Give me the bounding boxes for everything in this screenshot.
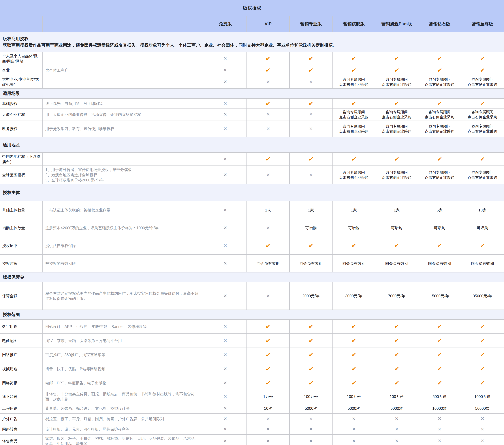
value-cell-text: 1000万份 xyxy=(461,390,504,403)
plan-column-header: 营销专业版 xyxy=(289,16,332,32)
cross-icon: ✕ xyxy=(223,173,227,177)
value-cell-included: ✔ xyxy=(247,99,289,109)
value-cell-included: ✔ xyxy=(332,52,375,65)
cross-icon: ✕ xyxy=(266,173,270,177)
value-cell-included: ✔ xyxy=(247,153,289,166)
check-icon: ✔ xyxy=(437,56,442,61)
value-cell-included: ✔ xyxy=(418,65,461,75)
plan-name: 营销钻石版 xyxy=(429,21,450,27)
value-text: 1000万份 xyxy=(474,394,490,399)
value-cell-not-included: ✕ xyxy=(289,75,332,88)
value-cell-text: 同会员有效期 xyxy=(461,255,504,272)
value-cell-not-included: ✕ xyxy=(418,414,461,424)
value-cell-not-included: ✕ xyxy=(418,424,461,434)
check-icon: ✔ xyxy=(394,324,399,329)
value-text: 15000元/年 xyxy=(430,293,449,298)
cross-icon: ✕ xyxy=(223,381,227,385)
row-description: 淘宝、京东、天猫、头条等第三方电商平台用 xyxy=(42,334,204,348)
plan-column-header: 营销至尊版 xyxy=(461,16,504,32)
value-cell-included: ✔ xyxy=(332,362,375,376)
check-icon: ✔ xyxy=(351,56,357,61)
consult-cell: 咨询专属顾问点击右侧企业采购 xyxy=(418,166,461,184)
consult-advisor-text: 咨询专属顾问 xyxy=(343,124,365,129)
cross-icon: ✕ xyxy=(438,417,441,421)
row-label: 电商配图 xyxy=(0,334,42,348)
row-description: 电邮、PPT、年度报告、电子出版物 xyxy=(42,376,204,390)
consult-cell: 咨询专属顾问点击右侧企业采购 xyxy=(332,120,375,137)
check-icon: ✔ xyxy=(480,156,485,162)
value-cell-text: 可增购 xyxy=(461,219,504,237)
cross-icon: ✕ xyxy=(266,417,270,421)
value-cell-included: ✔ xyxy=(247,376,289,390)
row-description: （与认证主体关联的）被授权企业数量 xyxy=(42,201,204,219)
row-label: 授权证书 xyxy=(0,237,42,254)
value-cell-not-included: ✕ xyxy=(289,414,332,424)
check-icon: ✔ xyxy=(351,352,357,358)
value-cell-included: ✔ xyxy=(332,348,375,362)
value-cell-not-included: ✕ xyxy=(247,414,289,424)
row-label: 中国内地授权（不含港澳台） xyxy=(0,153,42,166)
value-text: 1人 xyxy=(265,208,271,213)
check-icon: ✔ xyxy=(265,380,271,386)
value-cell-included: ✔ xyxy=(332,65,375,75)
plan-column-header: 免费版 xyxy=(204,16,247,32)
check-icon: ✔ xyxy=(308,56,314,61)
row-label: 转售商品 xyxy=(0,435,42,445)
cross-icon: ✕ xyxy=(223,68,227,73)
check-icon: ✔ xyxy=(308,338,314,344)
table-section: 适用地区中国内地授权（不含港澳台）✕✔✔✔✔✔✔全球范围授权1、用于海外传播、宣… xyxy=(0,137,504,184)
value-cell-included: ✔ xyxy=(289,52,332,65)
cross-icon: ✕ xyxy=(352,417,356,421)
cross-icon: ✕ xyxy=(223,226,227,230)
consult-cell: 咨询专属顾问点击右侧企业采购 xyxy=(375,109,418,120)
plan-name: 营销专业版 xyxy=(300,21,322,27)
check-icon: ✔ xyxy=(394,366,399,372)
value-cell-included: ✔ xyxy=(461,376,504,390)
value-cell-included: ✔ xyxy=(289,362,332,376)
value-cell-not-included: ✕ xyxy=(204,65,247,75)
value-cell-not-included: ✕ xyxy=(204,320,247,333)
consult-cell: 咨询专属顾问点击右侧企业采购 xyxy=(332,166,375,184)
value-cell-text: 可增购 xyxy=(375,219,418,237)
value-cell-text: 100万份 xyxy=(332,390,375,403)
check-icon: ✔ xyxy=(394,101,399,107)
value-cell-text: 1万份 xyxy=(247,390,289,403)
table-section: 版权保障金保障金额易企秀对约定授权范围内的作品产生侵权纠纷时，承诺按实际侵权金额… xyxy=(0,272,504,310)
row-description: 用于党政学习、教育、宣传使用场景授权 xyxy=(42,120,204,137)
row-label: 数字用途 xyxy=(0,320,42,333)
value-cell-included: ✔ xyxy=(289,348,332,362)
feature-row: 企业含个体工商户✕✔✔✔✔✔✔ xyxy=(0,65,504,75)
row-label: 工程用途 xyxy=(0,403,42,413)
feature-row: 转售商品家纺、服装、杯子、手机壳、抱枕、鼠标垫、明信片、日历、商品包装、装饰品、… xyxy=(0,434,504,445)
row-label: 大型企业/事业单位/党政机关/ xyxy=(0,75,42,88)
header-empty-label-cell xyxy=(0,16,42,32)
feature-row: 增购主体数量注册资本<2000万的企业，增购基础授权主体价格为：1000元/个/… xyxy=(0,219,504,237)
cross-icon: ✕ xyxy=(223,294,227,298)
value-cell-included: ✔ xyxy=(418,376,461,390)
value-cell-included: ✔ xyxy=(418,348,461,362)
check-icon: ✔ xyxy=(394,67,399,73)
consult-advisor-text: 咨询专属顾问 xyxy=(471,170,493,175)
enterprise-purchase-hint-text: 点击右侧企业采购 xyxy=(382,115,411,119)
value-text: 100万份 xyxy=(304,394,318,399)
value-cell-included: ✔ xyxy=(332,237,375,254)
enterprise-purchase-hint-text: 点击右侧企业采购 xyxy=(425,115,454,119)
value-cell-included: ✔ xyxy=(289,334,332,348)
section-heading: 授权范围 xyxy=(3,311,501,318)
value-cell-not-included: ✕ xyxy=(375,424,418,434)
value-cell-included: ✔ xyxy=(418,362,461,376)
value-cell-not-included: ✕ xyxy=(204,255,247,272)
row-description: 1、用于海外传播、宣传使用场景授权，限部分模板 2、港澳台地区需选择全球授权 3… xyxy=(42,166,204,184)
value-text: 3000元/年 xyxy=(345,293,362,298)
feature-row: 网络转售设计模板、设计元素、PPT模板、屏幕保护程序等✕✕✕✕✕✕✕ xyxy=(0,424,504,434)
value-text: 10次 xyxy=(264,406,272,411)
value-cell-text: 3000元/年 xyxy=(332,282,375,310)
value-cell-included: ✔ xyxy=(247,334,289,348)
check-icon: ✔ xyxy=(480,380,485,386)
cross-icon: ✕ xyxy=(266,427,270,431)
value-text: 10家 xyxy=(478,208,486,213)
row-description: 设计模板、设计元素、PPT模板、屏幕保护程序等 xyxy=(42,424,204,434)
value-cell-text: 10家 xyxy=(461,201,504,219)
value-cell-included: ✔ xyxy=(375,362,418,376)
enterprise-purchase-hint-text: 点击右侧企业采购 xyxy=(339,82,369,87)
